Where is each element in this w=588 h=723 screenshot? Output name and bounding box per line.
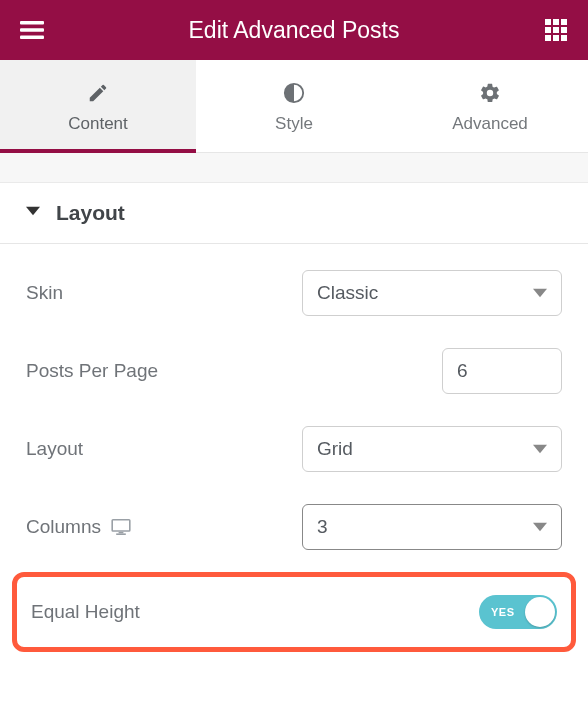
controls: Skin Classic Posts Per Page 6 Layout Gri… xyxy=(0,244,588,566)
svg-rect-14 xyxy=(119,532,124,534)
desktop-icon xyxy=(111,519,131,535)
svg-rect-3 xyxy=(545,19,551,25)
columns-select[interactable]: 3 xyxy=(302,504,562,550)
svg-rect-4 xyxy=(553,19,559,25)
control-skin: Skin Classic xyxy=(26,254,562,332)
skin-label: Skin xyxy=(26,282,63,304)
chevron-down-icon xyxy=(533,520,547,534)
equal-height-toggle[interactable]: YES xyxy=(479,595,557,629)
tab-style-label: Style xyxy=(275,114,313,134)
svg-rect-13 xyxy=(112,520,130,531)
svg-rect-15 xyxy=(116,533,126,535)
menu-icon[interactable] xyxy=(20,18,44,42)
posts-per-page-value: 6 xyxy=(457,360,468,382)
tab-style[interactable]: Style xyxy=(196,60,392,152)
posts-per-page-label: Posts Per Page xyxy=(26,360,158,382)
equal-height-label: Equal Height xyxy=(31,601,140,623)
pencil-icon xyxy=(87,82,109,104)
tab-content-label: Content xyxy=(68,114,128,134)
svg-rect-8 xyxy=(561,27,567,33)
layout-select[interactable]: Grid xyxy=(302,426,562,472)
columns-value: 3 xyxy=(317,516,328,538)
highlight-equal-height: Equal Height YES xyxy=(12,572,576,652)
svg-rect-7 xyxy=(553,27,559,33)
control-posts-per-page: Posts Per Page 6 xyxy=(26,332,562,410)
tab-content[interactable]: Content xyxy=(0,60,196,152)
posts-per-page-input[interactable]: 6 xyxy=(442,348,562,394)
svg-rect-1 xyxy=(20,28,44,32)
chevron-down-icon xyxy=(533,442,547,456)
skin-value: Classic xyxy=(317,282,378,304)
svg-rect-10 xyxy=(553,35,559,41)
section-title: Layout xyxy=(56,201,125,225)
apps-icon[interactable] xyxy=(544,18,568,42)
svg-rect-5 xyxy=(561,19,567,25)
tab-advanced-label: Advanced xyxy=(452,114,528,134)
skin-select[interactable]: Classic xyxy=(302,270,562,316)
columns-label-text: Columns xyxy=(26,516,101,538)
tab-advanced[interactable]: Advanced xyxy=(392,60,588,152)
gear-icon xyxy=(479,82,501,104)
control-columns: Columns 3 xyxy=(26,488,562,566)
svg-rect-9 xyxy=(545,35,551,41)
control-layout: Layout Grid xyxy=(26,410,562,488)
chevron-down-icon xyxy=(533,286,547,300)
layout-value: Grid xyxy=(317,438,353,460)
svg-rect-2 xyxy=(20,36,44,40)
panel-spacer xyxy=(0,153,588,183)
svg-rect-6 xyxy=(545,27,551,33)
toggle-label: YES xyxy=(491,606,515,618)
header: Edit Advanced Posts xyxy=(0,0,588,60)
svg-rect-11 xyxy=(561,35,567,41)
header-title: Edit Advanced Posts xyxy=(44,17,544,44)
columns-label: Columns xyxy=(26,516,131,538)
caret-down-icon xyxy=(26,204,40,222)
tabs: Content Style Advanced xyxy=(0,60,588,153)
section-header-layout[interactable]: Layout xyxy=(0,183,588,244)
half-circle-icon xyxy=(283,82,305,104)
toggle-knob xyxy=(525,597,555,627)
layout-label: Layout xyxy=(26,438,83,460)
svg-rect-0 xyxy=(20,21,44,25)
